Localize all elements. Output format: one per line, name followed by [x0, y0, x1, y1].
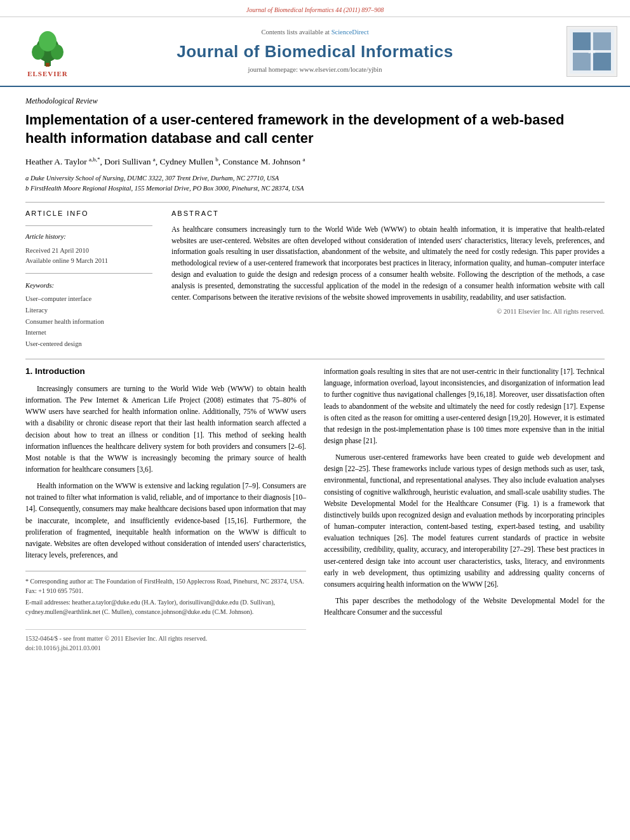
- affiliation-a: a Duke University School of Nursing, DUM…: [25, 173, 605, 183]
- divider-keywords: [25, 273, 152, 274]
- body-para-2: Health information on the WWW is extensi…: [25, 480, 306, 561]
- bottom-footer: 1532-0464/$ - see front matter © 2011 El…: [25, 629, 306, 653]
- article-title: Implementation of a user-centered framew…: [25, 111, 605, 147]
- journal-reference: Journal of Biomedical Informatics 44 (20…: [246, 6, 384, 13]
- author-dori: Dori Sullivan a,: [104, 157, 159, 166]
- svg-rect-8: [593, 32, 611, 50]
- abstract-header: ABSTRACT: [171, 209, 605, 218]
- divider-article-info: [25, 225, 152, 226]
- abstract-text: As healthcare consumers increasingly tur…: [171, 224, 605, 303]
- body-para-1: Increasingly consumers are turning to th…: [25, 383, 306, 475]
- copyright-line: © 2011 Elsevier Inc. All rights reserved…: [171, 307, 605, 317]
- divider-body: [25, 359, 605, 359]
- svg-point-4: [39, 31, 57, 51]
- article-info-abstract-section: ARTICLE INFO Article history: Received 2…: [25, 209, 605, 350]
- elsevier-tree-icon: [22, 23, 73, 68]
- body-left-column: 1. Introduction Increasingly consumers a…: [25, 366, 306, 653]
- svg-rect-7: [573, 32, 591, 50]
- author-constance: Constance M. Johnson a: [223, 157, 305, 166]
- sciencedirect-line: Contents lists available at ScienceDirec…: [83, 28, 547, 37]
- received-date: Received 21 April 2010: [25, 246, 152, 257]
- issn-line: 1532-0464/$ - see front matter © 2011 El…: [25, 634, 306, 643]
- sciencedirect-link[interactable]: ScienceDirect: [332, 29, 369, 36]
- doi-line: doi:10.1016/j.jbi.2011.03.001: [25, 643, 306, 653]
- body-content: 1. Introduction Increasingly consumers a…: [25, 366, 605, 653]
- svg-rect-9: [573, 53, 591, 70]
- author-cydney: Cydney Mullen b,: [160, 157, 223, 166]
- svg-rect-10: [593, 53, 611, 70]
- keywords-section: Keywords: User–computer interface Litera…: [25, 281, 152, 350]
- keyword-1: User–computer interface: [25, 293, 152, 305]
- journal-homepage-line: journal homepage: www.elsevier.com/locat…: [83, 65, 547, 75]
- top-header: Journal of Biomedical Informatics 44 (20…: [0, 0, 630, 17]
- keyword-5: User-centered design: [25, 338, 152, 350]
- affiliation-b: b FirstHealth Moore Regional Hospital, 1…: [25, 183, 605, 194]
- abstract-section: ABSTRACT As healthcare consumers increas…: [171, 209, 605, 350]
- history-label: Article history:: [25, 232, 152, 242]
- svg-text:JBI: JBI: [588, 49, 596, 55]
- corresponding-author-note: * Corresponding author at: The Foundatio…: [25, 577, 306, 596]
- jbi-logo-image: JBI: [570, 29, 614, 74]
- svg-rect-5: [46, 63, 50, 67]
- email-note: E-mail addresses: heather.a.taylor@duke.…: [25, 597, 306, 617]
- keyword-4: Internet: [25, 327, 152, 338]
- body-right-para-2: Numerous user-centered frameworks have b…: [324, 451, 605, 590]
- jbi-logo: JBI: [547, 26, 617, 77]
- body-right-para-3: This paper describes the methodology of …: [324, 595, 605, 618]
- main-content: Methodological Review Implementation of …: [0, 87, 630, 662]
- body-right-column: information goals resulting in sites tha…: [324, 366, 605, 653]
- intro-heading: 1. Introduction: [25, 366, 306, 378]
- authors-line: Heather A. Taylor a,b,*, Dori Sullivan a…: [25, 156, 605, 168]
- body-right-para-1: information goals resulting in sites tha…: [324, 366, 605, 446]
- divider-1: [25, 202, 605, 203]
- article-info-column: ARTICLE INFO Article history: Received 2…: [25, 209, 152, 350]
- author-heather: Heather A. Taylor a,b,*,: [25, 157, 104, 166]
- affiliations: a Duke University School of Nursing, DUM…: [25, 173, 605, 194]
- email-label: E-mail addresses:: [25, 599, 70, 606]
- jbi-logo-box: JBI: [566, 26, 617, 77]
- journal-banner: ELSEVIER Contents lists available at Sci…: [0, 17, 630, 86]
- article-type: Methodological Review: [25, 96, 605, 107]
- footnote-area: * Corresponding author at: The Foundatio…: [25, 571, 306, 617]
- banner-center: Contents lists available at ScienceDirec…: [83, 28, 547, 75]
- keyword-3: Consumer health information: [25, 316, 152, 328]
- journal-title-banner: Journal of Biomedical Informatics: [83, 40, 547, 63]
- elsevier-logo: ELSEVIER: [13, 23, 83, 79]
- elsevier-label: ELSEVIER: [27, 69, 68, 79]
- keywords-label: Keywords:: [25, 281, 152, 291]
- available-online: Available online 9 March 2011: [25, 256, 152, 267]
- keyword-2: Literacy: [25, 305, 152, 316]
- article-info-header: ARTICLE INFO: [25, 209, 152, 218]
